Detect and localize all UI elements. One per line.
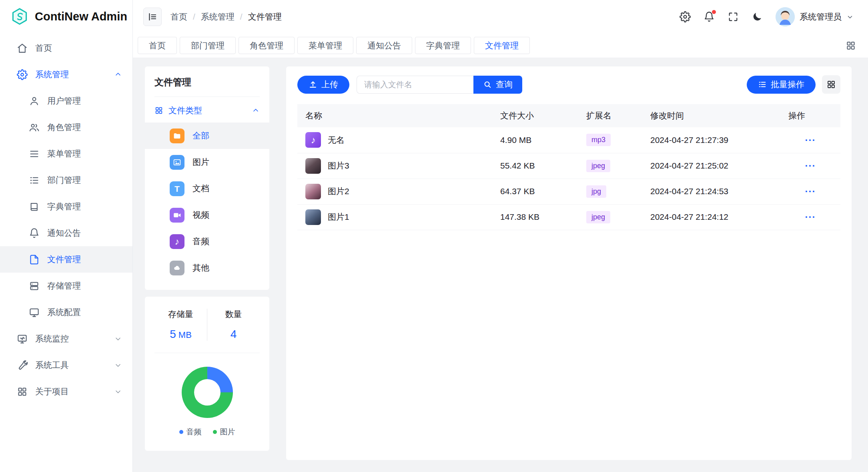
server-icon <box>29 281 40 291</box>
sidebar-item-label: 系统管理 <box>35 69 69 80</box>
breadcrumb-home[interactable]: 首页 <box>170 11 187 22</box>
sidebar-item-file-management[interactable]: 文件管理 <box>0 246 132 273</box>
sidebar-item-dept-management[interactable]: 部门管理 <box>0 167 132 193</box>
fullscreen-icon[interactable] <box>728 11 739 22</box>
sidebar-item-system-management[interactable]: 系统管理 <box>0 61 132 88</box>
breadcrumb-current: 文件管理 <box>248 11 282 22</box>
breadcrumb-separator: / <box>193 12 195 22</box>
breadcrumb-separator: / <box>240 12 243 22</box>
file-type-audio[interactable]: ♪ 音频 <box>145 228 269 255</box>
file-type-card: 文件管理 文件类型 全部 <box>145 66 269 290</box>
file-name: 无名 <box>328 135 345 146</box>
tab-dict-management[interactable]: 字典管理 <box>415 37 471 54</box>
book-icon <box>29 201 40 212</box>
sidebar-item-storage-management[interactable]: 存储管理 <box>0 273 132 299</box>
storage-stat-value: 5 MB <box>154 328 207 341</box>
table-row[interactable]: 图片2 64.37 KB jpg 2024-04-27 21:24:53 ··· <box>297 179 840 204</box>
tab-file-management[interactable]: 文件管理 <box>474 37 530 54</box>
file-type-label: 图片 <box>192 157 209 168</box>
bell-icon <box>29 228 40 239</box>
chevron-down-icon <box>114 388 122 396</box>
search-input[interactable] <box>357 76 473 94</box>
sidebar-item-system-tools[interactable]: 系统工具 <box>0 352 132 378</box>
file-size: 55.42 KB <box>492 153 578 179</box>
sidebar-item-label: 用户管理 <box>47 95 81 106</box>
tab-notice[interactable]: 通知公告 <box>356 37 412 54</box>
batch-actions-button[interactable]: 批量操作 <box>747 76 816 94</box>
sidebar-item-label: 存储管理 <box>47 280 81 291</box>
file-modified-time: 2024-04-27 21:25:02 <box>642 153 780 179</box>
legend-dot-audio <box>179 430 183 434</box>
more-actions-button[interactable]: ··· <box>805 135 816 146</box>
sidebar-item-notice[interactable]: 通知公告 <box>0 220 132 246</box>
chevron-up-icon <box>114 70 122 78</box>
query-button[interactable]: 查询 <box>473 76 522 94</box>
file-ext-tag: jpeg <box>586 211 610 223</box>
view-toggle-grid-icon[interactable] <box>822 75 840 94</box>
dark-mode-moon-icon[interactable] <box>752 11 763 22</box>
more-actions-button[interactable]: ··· <box>805 186 816 197</box>
more-actions-button[interactable]: ··· <box>805 160 816 171</box>
wrench-icon <box>17 360 28 371</box>
tab-role-management[interactable]: 角色管理 <box>239 37 295 54</box>
upload-button[interactable]: 上传 <box>297 76 349 94</box>
audio-icon: ♪ <box>170 234 184 249</box>
user-menu[interactable]: 系统管理员 <box>776 7 854 26</box>
sidebar-item-dict-management[interactable]: 字典管理 <box>0 193 132 220</box>
file-type-image[interactable]: 图片 <box>145 149 269 175</box>
storage-stat-label: 存储量 <box>154 309 207 320</box>
tab-options-grid-icon[interactable] <box>846 40 856 51</box>
th-ext: 扩展名 <box>578 104 642 127</box>
list-icon <box>758 80 767 89</box>
legend-audio: 音频 <box>179 427 202 437</box>
tab-home[interactable]: 首页 <box>138 37 177 54</box>
sidebar-item-home[interactable]: 首页 <box>0 35 132 61</box>
count-stat-value: 4 <box>207 328 260 341</box>
settings-gear-icon[interactable] <box>680 11 691 22</box>
gear-icon <box>17 69 28 80</box>
table-row[interactable]: 图片1 147.38 KB jpeg 2024-04-27 21:24:12 ·… <box>297 204 840 230</box>
content: 文件管理 文件类型 全部 <box>133 58 868 472</box>
sidebar-item-system-monitor[interactable]: 系统监控 <box>0 325 132 352</box>
table-header-row: 名称 文件大小 扩展名 修改时间 操作 <box>297 104 840 127</box>
breadcrumb-system-management[interactable]: 系统管理 <box>201 11 235 22</box>
user-icon <box>29 96 40 106</box>
file-type-label: 其他 <box>192 262 209 273</box>
menu-list-icon <box>29 149 40 159</box>
tab-dept-management[interactable]: 部门管理 <box>180 37 236 54</box>
tab-menu-management[interactable]: 菜单管理 <box>297 37 353 54</box>
chart-legend: 音频 图片 <box>179 427 235 437</box>
file-modified-time: 2024-04-27 21:24:53 <box>642 179 780 204</box>
sidebar-item-about-project[interactable]: 关于项目 <box>0 378 132 405</box>
sidebar-item-user-management[interactable]: 用户管理 <box>0 88 132 114</box>
notification-bell-icon[interactable] <box>704 11 715 22</box>
th-size: 文件大小 <box>492 104 578 127</box>
sidebar-item-menu-management[interactable]: 菜单管理 <box>0 141 132 167</box>
file-type-label: 视频 <box>192 209 209 221</box>
sidebar-item-label: 菜单管理 <box>47 148 81 159</box>
file-size: 4.90 MB <box>492 127 578 153</box>
file-modified-time: 2024-04-27 21:24:12 <box>642 204 780 230</box>
file-type-group[interactable]: 文件类型 <box>145 97 269 123</box>
brand[interactable]: ContiNew Admin <box>0 0 132 33</box>
users-icon <box>29 122 40 133</box>
app-root: ContiNew Admin 首页 系统管理 用户管理 角色管理 <box>0 0 868 472</box>
sidebar-collapse-button[interactable] <box>143 8 162 26</box>
image-thumbnail <box>305 209 321 225</box>
file-type-video[interactable]: 视频 <box>145 202 269 228</box>
file-type-all[interactable]: 全部 <box>145 123 269 149</box>
sidebar-item-role-management[interactable]: 角色管理 <box>0 114 132 141</box>
table-row[interactable]: 图片3 55.42 KB jpeg 2024-04-27 21:25:02 ··… <box>297 153 840 179</box>
sidebar-menu: 首页 系统管理 用户管理 角色管理 菜单管理 部门管理 <box>0 33 132 472</box>
file-type-other[interactable]: 其他 <box>145 255 269 281</box>
sidebar-item-label: 角色管理 <box>47 122 81 133</box>
notification-badge <box>712 10 716 14</box>
sidebar-item-label: 系统监控 <box>35 333 69 344</box>
sidebar-item-system-config[interactable]: 系统配置 <box>0 299 132 325</box>
file-type-document[interactable]: T 文档 <box>145 175 269 202</box>
table-row[interactable]: ♪ 无名 4.90 MB mp3 2024-04-27 21:27:39 ··· <box>297 127 840 153</box>
sidebar-item-label: 部门管理 <box>47 175 81 186</box>
th-name: 名称 <box>297 104 492 127</box>
more-actions-button[interactable]: ··· <box>805 211 816 223</box>
file-type-label: 音频 <box>192 236 209 247</box>
